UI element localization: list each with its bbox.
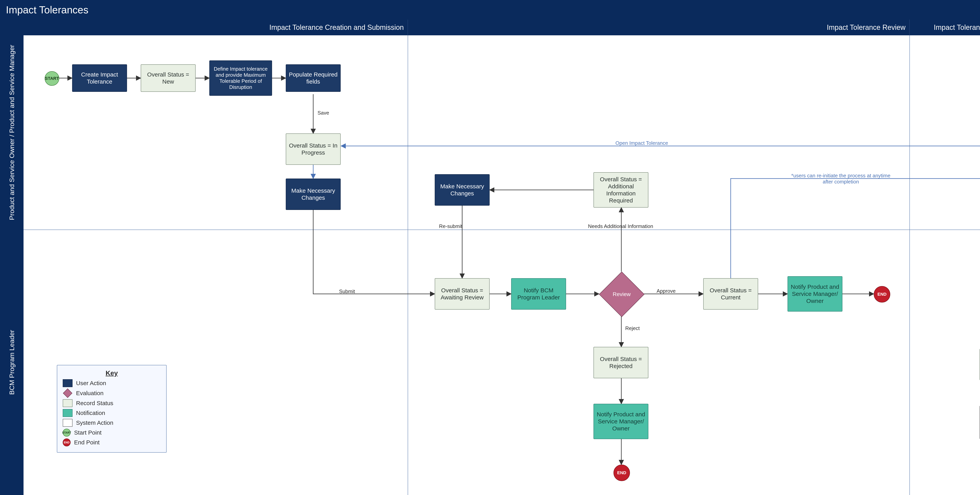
- start-point: START: [45, 71, 59, 86]
- phase-creation: Impact Tolerance Creation and Submission: [24, 20, 408, 35]
- legend-row-end: ENDEnd Point: [63, 439, 161, 446]
- decision-review-label: Review: [613, 291, 631, 297]
- legend-row-status: Record Status: [63, 399, 161, 407]
- notify-bcm-leader: Notify BCM Program Leader: [511, 278, 566, 310]
- legend-label-system: System Action: [76, 420, 113, 426]
- swatch-action: [63, 379, 73, 387]
- connectors: [24, 35, 980, 495]
- action-make-changes-2: Make Necessary Changes: [435, 174, 490, 206]
- legend-row-start: STARTStart Point: [63, 429, 161, 436]
- legend-row-notify: Notification: [63, 409, 161, 417]
- status-in-progress: Overall Status = In Progress: [286, 133, 340, 165]
- legend-row-system: System Action: [63, 419, 161, 427]
- edge-label-resubmit: Re-submit: [439, 223, 462, 229]
- swimlane-label-owner: Product and Service Owner / Product and …: [0, 35, 24, 230]
- edge-label-approve: Approve: [657, 288, 676, 294]
- notify-owner-rejected: Notify Product and Service Manager/ Owne…: [593, 404, 648, 439]
- page-title: Impact Tolerances: [0, 0, 980, 20]
- swatch-start: START: [63, 429, 70, 436]
- legend-label-notify: Notification: [76, 410, 105, 416]
- legend-row-eval: Evaluation: [63, 389, 161, 397]
- notify-owner-approved: Notify Product and Service Manager/ Owne…: [788, 276, 842, 311]
- action-create-impact-tolerance: Create Impact Tolerance: [72, 64, 127, 92]
- phase-expiration: Impact Tolerance Expiration and Initiati…: [910, 20, 980, 35]
- legend-label-end: End Point: [74, 439, 100, 446]
- swatch-eval: [63, 388, 72, 398]
- legend-label-status: Record Status: [76, 400, 113, 407]
- diagram-canvas: START Create Impact Tolerance Overall St…: [24, 35, 980, 495]
- legend-label-start: Start Point: [74, 429, 102, 436]
- swatch-notify: [63, 409, 73, 417]
- status-current: Overall Status = Current: [703, 278, 758, 310]
- legend-title: Key: [63, 369, 161, 377]
- status-awaiting-review: Overall Status = Awaiting Review: [435, 278, 490, 310]
- status-rejected: Overall Status = Rejected: [593, 347, 648, 378]
- legend-label-action: User Action: [76, 380, 106, 386]
- legend-key: Key User Action Evaluation Record Status…: [57, 365, 167, 453]
- action-define-tolerance: Define Impact tolerance and provide Maxi…: [209, 61, 272, 96]
- edge-label-submit: Submit: [339, 288, 355, 294]
- phase-review: Impact Tolerance Review: [408, 20, 910, 35]
- legend-row-action: User Action: [63, 379, 161, 387]
- edge-label-reject: Reject: [625, 325, 640, 331]
- action-make-changes-1: Make Necessary Changes: [286, 179, 340, 210]
- legend-label-eval: Evaluation: [76, 390, 103, 396]
- action-populate-fields: Populate Required fields: [286, 64, 340, 92]
- phase-header-row: Impact Tolerance Creation and Submission…: [24, 20, 980, 35]
- end-point-rejected: END: [614, 465, 630, 481]
- swatch-system: [63, 419, 73, 427]
- note-reinitiate: *users can re-initiate the process at an…: [790, 172, 892, 185]
- swatch-status: [63, 399, 73, 407]
- swimlane-label-bcm: BCM Program Leader: [0, 230, 24, 495]
- diagram-root: Impact Tolerances Product and Service Ow…: [0, 0, 980, 495]
- edge-label-needs-info: Needs Additional Information: [588, 223, 653, 229]
- swimlane-header-column: Product and Service Owner / Product and …: [0, 20, 24, 495]
- swatch-end: END: [63, 439, 70, 446]
- edge-label-save: Save: [318, 110, 329, 116]
- status-additional-info: Overall Status = Additional Information …: [593, 172, 648, 208]
- status-new: Overall Status = New: [141, 64, 196, 92]
- edge-label-open-impact-tolerance: Open Impact Tolerance: [616, 140, 668, 146]
- end-point-approved: END: [874, 286, 890, 303]
